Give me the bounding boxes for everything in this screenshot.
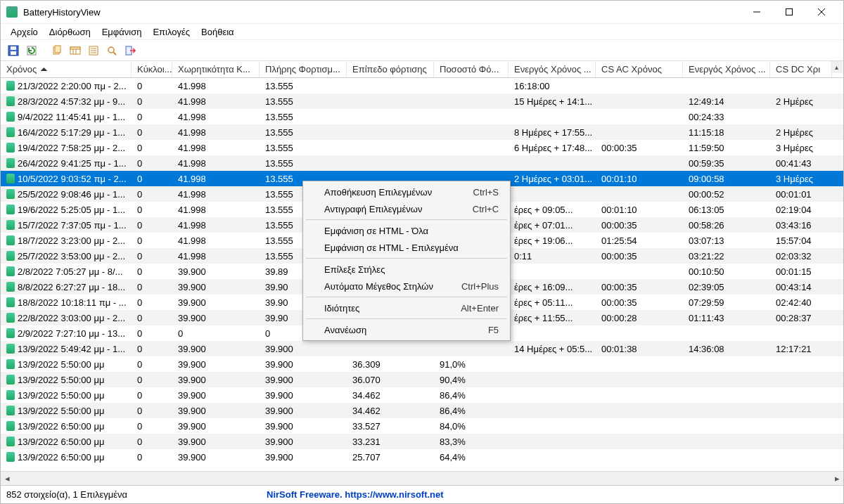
cell: 02:42:40 <box>770 295 832 310</box>
col-time[interactable]: Χρόνος ⏶ <box>1 61 132 77</box>
table-row[interactable]: 19/4/2022 7:58:25 μμ - 2...041.99813.555… <box>1 140 843 155</box>
table-row[interactable]: 13/9/2022 6:50:00 μμ039.90039.90033.2318… <box>1 434 843 449</box>
cell: 39.900 <box>172 310 260 325</box>
battery-icon <box>6 127 15 137</box>
menu-item-label: Εμφάνιση σε HTML - Επιλεγμένα <box>324 243 499 253</box>
col-cycles[interactable]: Κύκλοι... <box>132 61 172 77</box>
cell: 39.900 <box>172 341 260 356</box>
battery-icon <box>6 205 15 214</box>
col-level[interactable]: Επίπεδο φόρτισης <box>347 61 434 77</box>
table-row[interactable]: 9/4/2022 11:45:41 μμ - 1...041.99813.555… <box>1 109 843 124</box>
cell <box>596 78 683 93</box>
cell: 0 <box>132 341 172 356</box>
scroll-up-button[interactable]: ▴ <box>831 61 843 73</box>
cell <box>770 418 832 434</box>
menu-separator <box>306 219 507 220</box>
cell: 39.900 <box>260 356 347 372</box>
copy-icon[interactable] <box>49 42 65 59</box>
refresh-icon[interactable] <box>23 42 40 59</box>
col-csdc[interactable]: CS DC Χρι <box>770 61 832 77</box>
maximize-button[interactable] <box>773 1 805 23</box>
cell: 15:57:04 <box>770 233 832 248</box>
context-menu-item[interactable]: Αποθήκευση ΕπιλεγμένωνCtrl+S <box>305 183 509 200</box>
col-active-dc[interactable]: Ενεργός Χρόνος ... <box>683 61 770 77</box>
table-row[interactable]: 13/9/2022 5:50:00 μμ039.90039.90036.3099… <box>1 356 843 372</box>
table-row[interactable]: 13/9/2022 5:50:00 μμ039.90039.90036.0709… <box>1 372 843 387</box>
cell: 11:59:50 <box>683 140 770 155</box>
properties-icon[interactable] <box>85 42 102 59</box>
table-row[interactable]: 26/4/2022 9:41:25 πμ - 1...041.99813.555… <box>1 155 843 171</box>
cell <box>596 124 683 140</box>
table-row[interactable]: 13/9/2022 5:50:00 μμ039.90039.90034.4628… <box>1 387 843 403</box>
menu-item-label: Αποθήκευση Επιλεγμένων <box>324 187 445 198</box>
scroll-right-button[interactable]: ▸ <box>831 472 843 485</box>
table-row[interactable]: 28/3/2022 4:57:32 μμ - 9...041.99813.555… <box>1 93 843 109</box>
cell: 86,4% <box>434 403 509 418</box>
horizontal-scrollbar[interactable]: ◂ ▸ <box>1 471 843 485</box>
close-button[interactable] <box>805 1 838 23</box>
menu-help[interactable]: Βοήθεια <box>196 25 240 39</box>
context-menu-item[interactable]: Αντιγραφή ΕπιλεγμένωνCtrl+C <box>305 200 509 217</box>
battery-icon <box>6 174 15 183</box>
col-active[interactable]: Ενεργός Χρόνος ... <box>509 61 596 77</box>
context-menu[interactable]: Αποθήκευση ΕπιλεγμένωνCtrl+SΑντιγραφή Επ… <box>302 181 511 341</box>
cell <box>434 341 509 356</box>
table-row[interactable]: 16/4/2022 5:17:29 μμ - 1...041.99813.555… <box>1 124 843 140</box>
cell: 34.462 <box>347 403 434 418</box>
cell: 00:43:14 <box>770 279 832 295</box>
menu-item-label: Ανανέωση <box>324 325 460 335</box>
cell: 39.900 <box>260 449 347 465</box>
cell: 02:39:05 <box>683 279 770 295</box>
cell: 00:01:10 <box>596 202 683 217</box>
col-capacity[interactable]: Χωρητικότητα Κ... <box>172 61 260 77</box>
table-row[interactable]: 13/9/2022 5:50:00 μμ039.90039.90034.4628… <box>1 403 843 418</box>
menu-view[interactable]: Εμφάνιση <box>96 25 148 39</box>
context-menu-item[interactable]: Αυτόματο Μέγεθος ΣτηλώνCtrl+Plus <box>305 278 509 295</box>
exit-icon[interactable] <box>122 42 139 59</box>
cell: 0 <box>132 155 172 171</box>
battery-icon <box>6 297 15 307</box>
cell: 15 Ημέρες + 14:1... <box>509 93 596 109</box>
cell: 00:00:28 <box>596 310 683 325</box>
table-row[interactable]: 21/3/2022 2:20:00 πμ - 2...041.99813.555… <box>1 78 843 93</box>
cell: 25/7/2022 3:53:00 μμ - 2... <box>1 248 132 264</box>
cell: 39.900 <box>260 418 347 434</box>
battery-icon <box>6 359 15 369</box>
menu-options[interactable]: Επιλογές <box>147 25 196 39</box>
cell: 13/9/2022 5:50:00 μμ <box>1 356 132 372</box>
cell <box>596 93 683 109</box>
menu-file[interactable]: Αρχείο <box>5 25 44 39</box>
col-full[interactable]: Πλήρης Φορτισμ... <box>260 61 347 77</box>
columns-icon[interactable] <box>67 42 84 59</box>
table-row[interactable]: 13/9/2022 6:50:00 μμ039.90039.90033.5278… <box>1 418 843 434</box>
cell: 2/8/2022 7:05:27 μμ - 8/... <box>1 264 132 279</box>
find-icon[interactable] <box>103 42 120 59</box>
minimize-button[interactable] <box>741 1 773 23</box>
context-menu-item[interactable]: ΑνανέωσηF5 <box>305 321 509 338</box>
cell <box>509 372 596 387</box>
table-row[interactable]: 13/9/2022 5:49:42 μμ - 1...039.90039.900… <box>1 341 843 356</box>
statusbar: 852 στοιχείο(α), 1 Επιλεγμένα NirSoft Fr… <box>1 485 843 503</box>
cell: 0 <box>132 418 172 434</box>
save-icon[interactable] <box>5 42 22 59</box>
scroll-track[interactable] <box>13 473 831 484</box>
menu-item-label: Ιδιότητες <box>324 303 433 314</box>
col-csac[interactable]: CS AC Χρόνος <box>596 61 683 77</box>
cell: 39.900 <box>172 434 260 449</box>
context-menu-item[interactable]: ΙδιότητεςAlt+Enter <box>305 299 509 316</box>
context-menu-item[interactable]: Εμφάνιση σε HTML - Όλα <box>305 222 509 239</box>
menu-item-label: Επίλεξε Στήλες <box>324 264 499 275</box>
col-pct[interactable]: Ποσοστό Φό... <box>434 61 509 77</box>
context-menu-item[interactable]: Επίλεξε Στήλες <box>305 261 509 278</box>
scroll-left-button[interactable]: ◂ <box>1 472 13 485</box>
app-icon <box>6 6 18 18</box>
cell: 0 <box>132 449 172 465</box>
context-menu-item[interactable]: Εμφάνιση σε HTML - Επιλεγμένα <box>305 239 509 256</box>
cell: 8/8/2022 6:27:27 μμ - 18... <box>1 279 132 295</box>
battery-icon <box>6 282 15 292</box>
table-row[interactable]: 13/9/2022 6:50:00 μμ039.90039.90025.7076… <box>1 449 843 465</box>
status-link[interactable]: NirSoft Freeware. https://www.nirsoft.ne… <box>267 489 444 500</box>
cell: 0 <box>132 310 172 325</box>
cell <box>683 434 770 449</box>
menu-edit[interactable]: Διόρθωση <box>44 25 96 39</box>
